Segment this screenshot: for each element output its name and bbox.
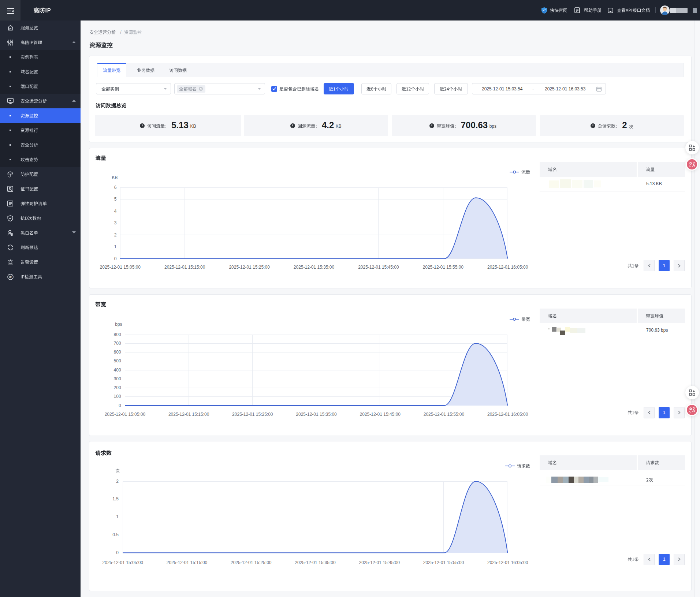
- svg-text:IP: IP: [9, 276, 12, 279]
